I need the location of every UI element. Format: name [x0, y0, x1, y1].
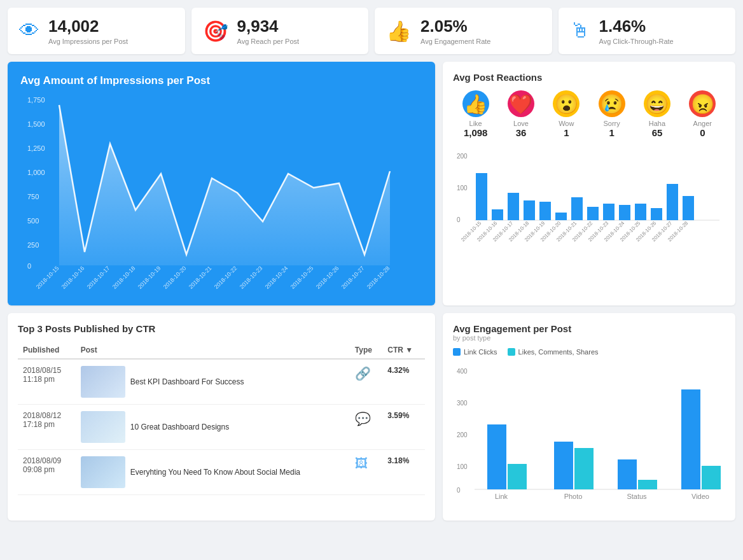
top-posts-table: Published Post Type CTR ▼ 2018/08/15 11:…	[18, 342, 425, 495]
reactions-title: Avg Post Reactions	[453, 72, 725, 83]
row3-post-title: Everyhting You Need To Know About Social…	[130, 468, 300, 477]
svg-text:Video: Video	[691, 493, 709, 500]
image-icon: 🖼	[355, 456, 368, 470]
svg-text:1,750: 1,750	[27, 96, 45, 104]
impressions-chart: 1,750 1,500 1,250 1,000 750 500 250 0 20…	[20, 94, 422, 291]
impressions-chart-card: Avg Amount of Impressions per Post 1,750…	[8, 62, 435, 305]
engagement-value: 2.05%	[420, 17, 490, 36]
svg-rect-36	[619, 205, 630, 220]
sorry-emoji: 😢	[599, 90, 625, 117]
svg-text:0: 0	[457, 487, 461, 494]
love-count: 36	[508, 127, 534, 138]
thumbsup-icon: 👍	[386, 19, 412, 43]
svg-rect-65	[618, 459, 637, 489]
row1-post: Best KPI Dashboard For Success	[76, 359, 350, 405]
svg-text:2018-10-18: 2018-10-18	[111, 265, 137, 290]
svg-text:400: 400	[457, 368, 468, 375]
svg-text:2018-10-22: 2018-10-22	[213, 265, 239, 290]
ctr-value: 1.46%	[599, 17, 674, 36]
svg-text:2018-10-19: 2018-10-19	[137, 265, 162, 290]
svg-text:2018-10-28: 2018-10-28	[366, 265, 391, 290]
row2-date: 2018/08/12 17:18 pm	[18, 405, 76, 450]
love-emoji: ❤️	[508, 90, 534, 117]
haha-label: Haha	[644, 120, 670, 127]
row2-thumbnail	[81, 411, 125, 443]
reaction-wow: 😮 Wow 1	[553, 90, 580, 138]
svg-text:0: 0	[457, 216, 461, 223]
love-label: Love	[508, 120, 534, 127]
lcs-dot	[508, 348, 515, 356]
anger-emoji: 😠	[689, 90, 716, 117]
legend-link-label: Link Clicks	[464, 348, 497, 356]
row1-post-title: Best KPI Dashboard For Success	[130, 377, 244, 386]
reaction-anger: 😠 Anger 0	[689, 90, 716, 138]
row2-post: 10 Great Dashboard Designs	[76, 405, 350, 450]
stat-engagement: 👍 2.05% Avg Engagement Rate	[375, 8, 552, 54]
row2-ctr: 3.59%	[382, 405, 425, 450]
svg-rect-64	[574, 448, 594, 489]
like-count: 1,098	[462, 127, 489, 138]
row2-type: 💬	[350, 405, 382, 450]
legend-lcs: Likes, Comments, Shares	[508, 348, 599, 356]
svg-text:1,250: 1,250	[27, 144, 45, 152]
reaction-like: 👍 Like 1,098	[462, 90, 489, 138]
svg-text:2018-10-16: 2018-10-16	[60, 265, 86, 290]
svg-text:2018-10-26: 2018-10-26	[315, 265, 340, 290]
reactions-emoji-row: 👍 Like 1,098 ❤️ Love 36 😮 Wow 1 😢 Sorry …	[453, 90, 725, 138]
svg-text:250: 250	[27, 241, 39, 249]
wow-label: Wow	[553, 120, 580, 127]
svg-text:200: 200	[457, 431, 468, 438]
comment-icon: 💬	[355, 412, 371, 426]
row1-type: 🔗	[350, 359, 382, 405]
svg-rect-31	[539, 202, 551, 220]
svg-rect-67	[681, 389, 700, 489]
legend-lcs-label: Likes, Comments, Shares	[518, 348, 599, 356]
reach-value: 9,934	[237, 17, 300, 36]
top-posts-card: Top 3 Posts Published by CTR Published P…	[8, 313, 435, 521]
svg-rect-32	[555, 213, 567, 220]
engagement-subtitle: by post type	[453, 334, 725, 342]
link-icon: 🔗	[355, 367, 371, 381]
table-row: 2018/08/15 11:18 pm Best KPI Dashboard F…	[18, 359, 425, 405]
link-clicks-dot	[453, 348, 461, 356]
row3-type: 🖼	[350, 450, 382, 495]
svg-text:300: 300	[457, 400, 468, 407]
svg-rect-33	[571, 197, 583, 220]
stat-ctr: 🖱 1.46% Avg Click-Through-Rate	[559, 8, 736, 54]
svg-rect-40	[683, 196, 694, 220]
svg-text:100: 100	[457, 463, 468, 470]
svg-rect-27	[476, 173, 487, 220]
svg-rect-28	[492, 209, 503, 220]
svg-rect-66	[638, 480, 657, 489]
engagement-card: Avg Engagement per Post by post type Lin…	[443, 313, 735, 521]
svg-text:Link: Link	[495, 493, 508, 500]
impressions-label: Avg Impressions per Post	[48, 38, 128, 45]
svg-text:2018-10-20: 2018-10-20	[162, 265, 188, 290]
bottom-row: Top 3 Posts Published by CTR Published P…	[8, 313, 735, 521]
svg-rect-63	[554, 442, 573, 489]
row2-post-title: 10 Great Dashboard Designs	[130, 423, 229, 431]
stat-reach: 🎯 9,934 Avg Reach per Post	[191, 8, 369, 54]
svg-rect-38	[651, 208, 662, 220]
col-ctr: CTR ▼	[382, 342, 425, 359]
reaction-love: ❤️ Love 36	[508, 90, 534, 138]
wow-emoji: 😮	[553, 90, 580, 117]
row3-ctr: 3.18%	[382, 450, 425, 495]
like-emoji: 👍	[462, 90, 489, 117]
svg-text:2018-10-27: 2018-10-27	[340, 265, 366, 290]
col-post: Post	[76, 342, 350, 359]
table-row: 2018/08/09 09:08 pm Everyhting You Need …	[18, 450, 425, 495]
top-stats-row: 👁 14,002 Avg Impressions per Post 🎯 9,93…	[8, 8, 735, 54]
haha-emoji: 😄	[644, 90, 670, 117]
svg-rect-29	[508, 193, 519, 220]
row3-thumbnail	[81, 456, 125, 488]
svg-text:2018-10-23: 2018-10-23	[239, 265, 264, 290]
like-label: Like	[462, 120, 489, 127]
reactions-bar-chart: 200 100 0 2018-10-15 2018-10-16	[453, 147, 725, 255]
svg-text:Status: Status	[627, 493, 647, 500]
svg-rect-39	[667, 184, 678, 220]
svg-rect-34	[587, 207, 599, 220]
stat-impressions: 👁 14,002 Avg Impressions per Post	[8, 8, 185, 54]
reaction-haha: 😄 Haha 65	[644, 90, 670, 138]
engagement-legend: Link Clicks Likes, Comments, Shares	[453, 348, 725, 356]
